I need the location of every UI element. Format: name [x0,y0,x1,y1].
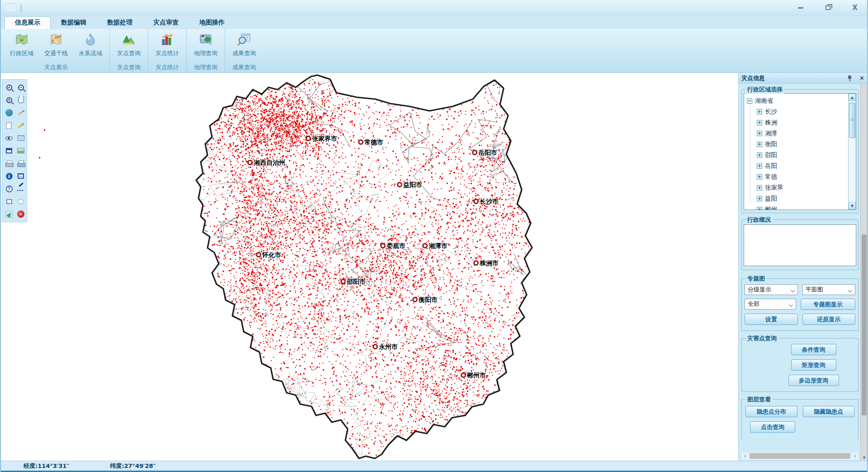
pan-icon[interactable] [15,95,26,105]
expand-icon[interactable]: + [757,185,762,191]
tree-node-city[interactable]: + 岳阳 [747,161,848,172]
condition-query-button[interactable]: 条件查询 [791,344,836,355]
tab-map-operate[interactable]: 地图操作 [189,16,235,29]
scroll-right-icon[interactable]: › [851,452,859,460]
tree-node-city[interactable]: + 衡阳 [747,139,848,150]
ribbon-button-label: 灾点查询 [117,49,141,57]
ellipse-select-icon[interactable] [15,196,26,207]
pin-icon[interactable] [847,75,853,82]
thematic-show-button[interactable]: 专题图显示 [801,299,856,310]
result-query-button[interactable]: 成果查询 [227,30,261,62]
expand-icon[interactable]: + [757,142,762,147]
delete-icon[interactable]: ✕ [15,209,26,219]
panel-horizontal-scrollbar[interactable]: ‹ › [741,452,859,460]
print-icon[interactable] [4,158,14,169]
expand-icon[interactable]: + [757,174,762,180]
minimize-icon[interactable] [795,3,807,12]
expand-icon[interactable]: + [757,109,762,114]
chevron-down-icon [788,303,793,307]
tree-node-city[interactable]: + 邵阳 [747,150,848,161]
mountain-icon [121,32,137,47]
tree-node-city[interactable]: + 常德 [747,172,848,182]
pointer-select-icon[interactable] [4,209,14,219]
ribbon-button-label: 成果查询 [232,49,256,57]
scroll-down-icon[interactable]: ▼ [849,202,856,210]
help-icon[interactable]: ? [4,183,14,194]
geo-query-button[interactable]: 地理查询 [189,30,223,62]
admin-region-button[interactable]: 行政区域 [5,30,39,62]
traffic-lines-button[interactable]: 交通干线 [39,30,73,62]
expand-icon[interactable]: + [757,153,762,158]
admin-overview-textarea[interactable] [744,224,856,266]
scroll-thumb[interactable] [750,453,850,459]
hide-hazard-button[interactable]: 隐藏隐患点 [803,406,855,417]
city-marker-icon [462,373,466,377]
sketch-pen-icon[interactable] [15,183,26,194]
expand-icon[interactable]: + [757,131,762,136]
measure-line-icon[interactable] [15,107,26,118]
expand-icon[interactable]: + [757,120,762,125]
attribute-table-icon[interactable] [15,133,26,143]
restore-icon[interactable] [822,3,834,12]
hunan-province-map[interactable]: 张家界市常德市岳阳市湘西自治州益阳市长沙市娄底市湘潭市怀化市株洲市邵阳市衡阳市永… [1,73,738,461]
scroll-up-icon[interactable]: ▲ [849,94,856,101]
map-type-select[interactable]: 平面图 [802,284,856,295]
scroll-left-icon[interactable]: ‹ [741,452,749,460]
info-icon[interactable]: i [4,171,14,181]
expand-icon[interactable]: + [757,163,762,169]
legend-window-icon[interactable] [4,145,14,156]
tab-info-display[interactable]: 信息展示 [5,16,51,29]
geo-map-icon [198,32,213,47]
collapse-icon[interactable]: − [747,98,752,104]
water-drop-icon [83,32,98,47]
full-extent-icon[interactable] [4,107,14,118]
svg-text:株洲市: 株洲市 [479,259,499,267]
zoom-extent-icon[interactable]: ± [4,95,14,105]
tree-scrollbar[interactable]: ▲ ▼ [848,94,856,210]
panel-title: 灾点信息 [741,74,847,82]
export-image-icon[interactable] [15,145,26,156]
tab-point-review[interactable]: 灾点审查 [143,16,189,29]
polygon-query-button[interactable]: 多边形查询 [788,375,839,386]
close-icon[interactable]: X [849,3,861,12]
settings-button[interactable]: 设置 [745,314,798,325]
disaster-point-stats-button[interactable]: 灾点统计 [150,30,184,62]
scroll-thumb[interactable] [849,103,855,138]
map-canvas[interactable]: 张家界市常德市岳阳市湘西自治州益阳市长沙市娄底市湘潭市怀化市株洲市邵阳市衡阳市永… [1,73,738,461]
svg-text:郴州市: 郴州市 [467,372,486,379]
water-system-button[interactable]: 水系流域 [73,30,108,62]
print-preview-icon[interactable] [15,158,26,169]
scope-select[interactable]: 全部 [745,299,796,310]
eagle-eye-icon[interactable] [4,133,14,143]
app-menu-button[interactable] [5,3,16,12]
panel-vertical-scrollbar[interactable]: ∨ [860,84,867,461]
tree-node-city[interactable]: + 湘潭 [747,128,848,139]
tab-data-edit[interactable]: 数据编辑 [51,16,97,29]
disaster-point-query-button[interactable]: 灾点查询 [112,30,146,62]
title-bar: X [1,0,867,15]
scroll-down-icon[interactable]: ∨ [861,455,868,460]
rectangle-query-button[interactable]: 矩形查询 [791,359,836,371]
tab-data-process[interactable]: 数据处理 [97,16,143,29]
tree-node-city[interactable]: + 郴州 [747,204,848,210]
tree-node-root[interactable]: − 湖南省 [747,95,848,106]
document-view-icon[interactable] [15,171,26,181]
zoom-in-icon[interactable]: + [4,82,14,93]
tree-node-city[interactable]: + 益阳 [747,193,848,204]
scroll-thumb[interactable] [862,234,867,415]
grade-display-select[interactable]: 分级显示 [745,284,798,295]
expand-icon[interactable]: + [757,196,762,201]
rectangle-select-icon[interactable] [4,196,14,207]
blank-page-icon[interactable] [4,120,14,131]
tree-node-city[interactable]: + 株洲 [747,117,848,128]
zoom-out-icon[interactable]: − [15,82,26,93]
bar-chart-icon [160,32,175,47]
hazard-distribution-button[interactable]: 隐患点分布 [745,406,797,417]
panel-close-icon[interactable]: ✕ [859,75,864,81]
expand-icon[interactable]: + [757,207,762,210]
restore-display-button[interactable]: 还原显示 [802,314,856,325]
tree-node-city[interactable]: + 长沙 [747,106,848,117]
click-query-button[interactable]: 点击查询 [750,421,795,433]
tree-node-city[interactable]: + 张家界 [747,182,848,193]
clear-brush-icon[interactable] [15,120,26,131]
